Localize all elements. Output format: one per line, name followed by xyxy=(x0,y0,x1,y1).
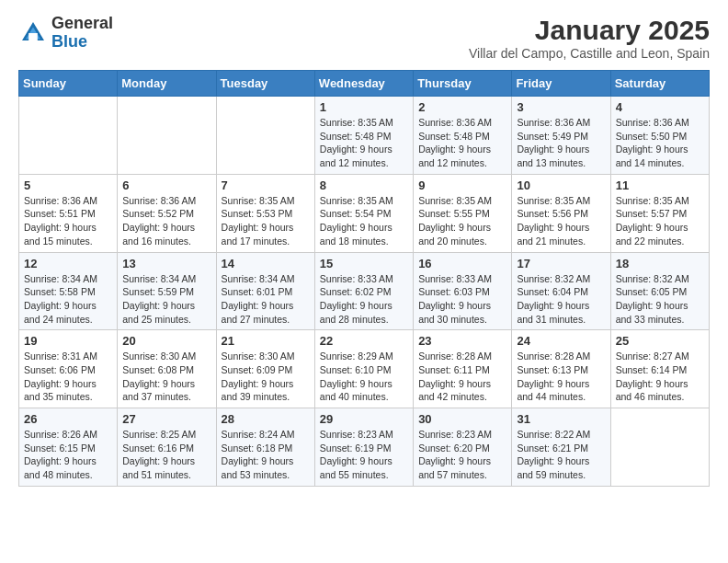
day-number: 21 xyxy=(222,334,310,348)
calendar-cell: 20Sunrise: 8:30 AM Sunset: 6:08 PM Dayli… xyxy=(118,330,216,408)
day-content: Sunrise: 8:28 AM Sunset: 6:13 PM Dayligh… xyxy=(517,350,605,404)
calendar-cell xyxy=(610,408,709,487)
day-number: 6 xyxy=(122,178,210,192)
day-content: Sunrise: 8:30 AM Sunset: 6:09 PM Dayligh… xyxy=(222,350,310,404)
calendar-cell: 18Sunrise: 8:32 AM Sunset: 6:05 PM Dayli… xyxy=(610,252,709,330)
day-content: Sunrise: 8:33 AM Sunset: 6:03 PM Dayligh… xyxy=(418,272,506,327)
day-content: Sunrise: 8:36 AM Sunset: 5:49 PM Dayligh… xyxy=(517,116,605,170)
day-number: 22 xyxy=(320,334,408,348)
day-content: Sunrise: 8:23 AM Sunset: 6:19 PM Dayligh… xyxy=(320,428,408,482)
calendar-cell: 14Sunrise: 8:34 AM Sunset: 6:01 PM Dayli… xyxy=(216,252,314,330)
calendar-cell: 4Sunrise: 8:36 AM Sunset: 5:50 PM Daylig… xyxy=(610,97,709,175)
calendar-cell: 8Sunrise: 8:35 AM Sunset: 5:54 PM Daylig… xyxy=(314,174,413,252)
weekday-header-friday: Friday xyxy=(512,71,610,97)
day-content: Sunrise: 8:25 AM Sunset: 6:16 PM Dayligh… xyxy=(122,428,210,482)
day-number: 9 xyxy=(418,178,506,192)
calendar-cell: 5Sunrise: 8:36 AM Sunset: 5:51 PM Daylig… xyxy=(19,174,118,252)
calendar-week-row: 1Sunrise: 8:35 AM Sunset: 5:48 PM Daylig… xyxy=(19,97,710,175)
calendar-cell: 3Sunrise: 8:36 AM Sunset: 5:49 PM Daylig… xyxy=(512,97,610,175)
calendar-cell xyxy=(118,97,216,175)
day-number: 14 xyxy=(222,257,310,270)
day-content: Sunrise: 8:32 AM Sunset: 6:05 PM Dayligh… xyxy=(616,272,704,327)
day-content: Sunrise: 8:35 AM Sunset: 5:56 PM Dayligh… xyxy=(517,194,605,248)
day-content: Sunrise: 8:27 AM Sunset: 6:14 PM Dayligh… xyxy=(616,350,704,404)
day-number: 29 xyxy=(320,412,408,426)
day-content: Sunrise: 8:36 AM Sunset: 5:48 PM Dayligh… xyxy=(418,116,506,170)
weekday-header-saturday: Saturday xyxy=(610,71,709,97)
day-number: 26 xyxy=(24,412,112,426)
calendar-cell: 2Sunrise: 8:36 AM Sunset: 5:48 PM Daylig… xyxy=(414,97,512,175)
weekday-header-sunday: Sunday xyxy=(19,71,118,97)
day-number: 12 xyxy=(24,257,112,270)
day-number: 5 xyxy=(24,178,112,192)
day-number: 13 xyxy=(122,257,210,270)
day-number: 23 xyxy=(418,334,506,348)
calendar-cell: 25Sunrise: 8:27 AM Sunset: 6:14 PM Dayli… xyxy=(610,330,709,408)
calendar-cell: 17Sunrise: 8:32 AM Sunset: 6:04 PM Dayli… xyxy=(512,252,610,330)
day-content: Sunrise: 8:35 AM Sunset: 5:48 PM Dayligh… xyxy=(320,116,408,170)
calendar-cell: 21Sunrise: 8:30 AM Sunset: 6:09 PM Dayli… xyxy=(216,330,314,408)
calendar-cell xyxy=(19,97,118,175)
day-number: 28 xyxy=(222,412,310,426)
calendar-cell: 11Sunrise: 8:35 AM Sunset: 5:57 PM Dayli… xyxy=(610,174,709,252)
calendar-cell: 24Sunrise: 8:28 AM Sunset: 6:13 PM Dayli… xyxy=(512,330,610,408)
day-number: 16 xyxy=(418,257,506,270)
weekday-header-tuesday: Tuesday xyxy=(216,71,314,97)
calendar-cell: 22Sunrise: 8:29 AM Sunset: 6:10 PM Dayli… xyxy=(314,330,413,408)
day-content: Sunrise: 8:30 AM Sunset: 6:08 PM Dayligh… xyxy=(122,350,210,404)
calendar-cell: 12Sunrise: 8:34 AM Sunset: 5:58 PM Dayli… xyxy=(19,252,118,330)
day-number: 17 xyxy=(517,257,605,270)
weekday-header-thursday: Thursday xyxy=(414,71,512,97)
day-number: 8 xyxy=(320,178,408,192)
title-block: January 2025 Villar del Campo, Castille … xyxy=(469,15,710,61)
day-content: Sunrise: 8:23 AM Sunset: 6:20 PM Dayligh… xyxy=(418,428,506,482)
day-number: 2 xyxy=(418,100,506,114)
day-content: Sunrise: 8:31 AM Sunset: 6:06 PM Dayligh… xyxy=(24,350,112,404)
calendar-cell: 19Sunrise: 8:31 AM Sunset: 6:06 PM Dayli… xyxy=(19,330,118,408)
day-number: 10 xyxy=(517,178,605,192)
day-content: Sunrise: 8:36 AM Sunset: 5:51 PM Dayligh… xyxy=(24,194,112,248)
day-number: 18 xyxy=(616,257,704,270)
day-content: Sunrise: 8:32 AM Sunset: 6:04 PM Dayligh… xyxy=(517,272,605,327)
logo-icon xyxy=(18,18,48,48)
day-number: 1 xyxy=(320,100,408,114)
day-number: 24 xyxy=(517,334,605,348)
day-content: Sunrise: 8:35 AM Sunset: 5:54 PM Dayligh… xyxy=(320,194,408,248)
day-number: 15 xyxy=(320,257,408,270)
day-content: Sunrise: 8:24 AM Sunset: 6:18 PM Dayligh… xyxy=(222,428,310,482)
weekday-header-wednesday: Wednesday xyxy=(314,71,413,97)
calendar-week-row: 19Sunrise: 8:31 AM Sunset: 6:06 PM Dayli… xyxy=(19,330,710,408)
calendar-cell: 6Sunrise: 8:36 AM Sunset: 5:52 PM Daylig… xyxy=(118,174,216,252)
day-number: 11 xyxy=(616,178,704,192)
logo-text: General Blue xyxy=(51,15,113,52)
calendar-cell: 27Sunrise: 8:25 AM Sunset: 6:16 PM Dayli… xyxy=(118,408,216,487)
day-content: Sunrise: 8:29 AM Sunset: 6:10 PM Dayligh… xyxy=(320,350,408,404)
day-number: 19 xyxy=(24,334,112,348)
calendar-cell: 31Sunrise: 8:22 AM Sunset: 6:21 PM Dayli… xyxy=(512,408,610,487)
day-number: 30 xyxy=(418,412,506,426)
calendar-cell: 26Sunrise: 8:26 AM Sunset: 6:15 PM Dayli… xyxy=(19,408,118,487)
day-number: 3 xyxy=(517,100,605,114)
calendar-cell: 16Sunrise: 8:33 AM Sunset: 6:03 PM Dayli… xyxy=(414,252,512,330)
page-header: General Blue January 2025 Villar del Cam… xyxy=(18,15,710,61)
day-content: Sunrise: 8:33 AM Sunset: 6:02 PM Dayligh… xyxy=(320,272,408,327)
day-number: 7 xyxy=(222,178,310,192)
calendar-cell: 15Sunrise: 8:33 AM Sunset: 6:02 PM Dayli… xyxy=(314,252,413,330)
day-content: Sunrise: 8:34 AM Sunset: 6:01 PM Dayligh… xyxy=(222,272,310,327)
day-number: 20 xyxy=(122,334,210,348)
calendar-cell xyxy=(216,97,314,175)
logo: General Blue xyxy=(18,15,113,52)
svg-rect-2 xyxy=(28,33,38,40)
day-number: 31 xyxy=(517,412,605,426)
day-content: Sunrise: 8:35 AM Sunset: 5:55 PM Dayligh… xyxy=(418,194,506,248)
calendar-table: SundayMondayTuesdayWednesdayThursdayFrid… xyxy=(18,70,710,487)
month-title: January 2025 xyxy=(469,15,710,46)
calendar-cell: 30Sunrise: 8:23 AM Sunset: 6:20 PM Dayli… xyxy=(414,408,512,487)
calendar-cell: 7Sunrise: 8:35 AM Sunset: 5:53 PM Daylig… xyxy=(216,174,314,252)
day-content: Sunrise: 8:34 AM Sunset: 5:59 PM Dayligh… xyxy=(122,272,210,327)
day-content: Sunrise: 8:35 AM Sunset: 5:53 PM Dayligh… xyxy=(222,194,310,248)
day-content: Sunrise: 8:22 AM Sunset: 6:21 PM Dayligh… xyxy=(517,428,605,482)
day-content: Sunrise: 8:36 AM Sunset: 5:50 PM Dayligh… xyxy=(616,116,704,170)
day-number: 27 xyxy=(122,412,210,426)
calendar-cell: 9Sunrise: 8:35 AM Sunset: 5:55 PM Daylig… xyxy=(414,174,512,252)
